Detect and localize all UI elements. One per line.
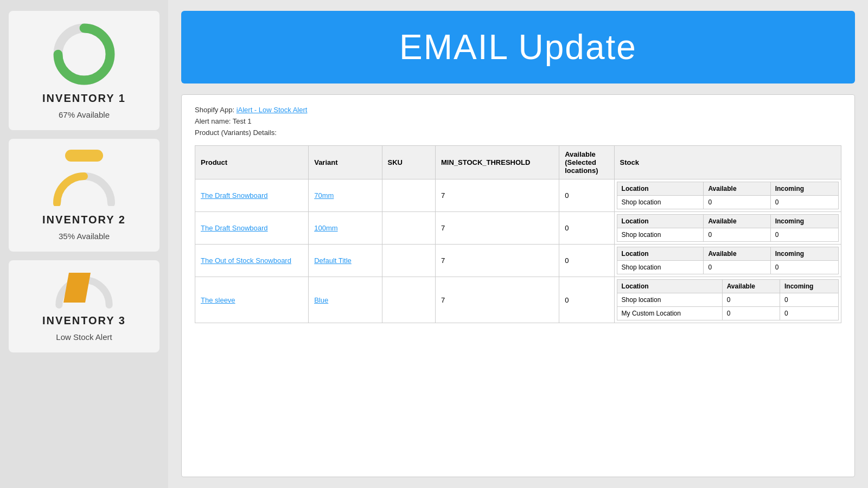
- stock-location-1-0: Shop location: [617, 228, 704, 242]
- cell-available-1: 0: [559, 212, 614, 245]
- inventory-card-2: INVENTORY 2 35% Available: [9, 139, 159, 252]
- cell-variant-0: 70mm: [309, 179, 382, 212]
- stock-available-3-1: 0: [722, 307, 780, 320]
- cell-sku-3: [382, 277, 435, 323]
- product-link-0[interactable]: The Draft Snowboard: [201, 191, 268, 200]
- partial-arc-2: [49, 168, 119, 206]
- table-row: The Draft Snowboard70mm70LocationAvailab…: [195, 179, 841, 212]
- stock-incoming-0-0: 0: [770, 196, 838, 209]
- email-title: EMAIL Update: [192, 27, 844, 67]
- variant-link-2[interactable]: Default Title: [314, 256, 352, 265]
- stock-row: My Custom Location00: [617, 307, 838, 320]
- svg-marker-2: [63, 273, 91, 303]
- cell-product-3: The sleeve: [195, 277, 309, 323]
- shopify-app-label: Shopify App:: [195, 106, 234, 114]
- stock-table-2: LocationAvailableIncomingShop location00: [617, 247, 839, 274]
- stock-table-0: LocationAvailableIncomingShop location00: [617, 182, 839, 209]
- stock-table-3: LocationAvailableIncomingShop location00…: [617, 279, 839, 320]
- shopify-app-line: Shopify App: iAlert - Low Stock Alert: [195, 106, 841, 114]
- table-row: The Out of Stock SnowboardDefault Title7…: [195, 245, 841, 277]
- cell-product-0: The Draft Snowboard: [195, 179, 309, 212]
- stock-incoming-2-0: 0: [770, 261, 838, 274]
- col-header-product: Product: [195, 146, 309, 179]
- stock-row: Shop location00: [617, 228, 838, 242]
- inventory-card-3: INVENTORY 3 Low Stock Alert: [9, 260, 159, 352]
- stock-header-incoming: Incoming: [770, 247, 838, 261]
- stock-header-available: Available: [722, 280, 780, 293]
- cell-stock-0: LocationAvailableIncomingShop location00: [614, 179, 841, 212]
- email-body: Shopify App: iAlert - Low Stock Alert Al…: [181, 94, 855, 477]
- cell-variant-2: Default Title: [309, 245, 382, 277]
- table-row: The Draft Snowboard100mm70LocationAvaila…: [195, 212, 841, 245]
- stock-row: Shop location00: [617, 293, 838, 307]
- stock-header-incoming: Incoming: [770, 215, 838, 228]
- stock-available-1-0: 0: [704, 228, 770, 242]
- stock-header-available: Available: [704, 182, 770, 196]
- product-table: Product Variant SKU MIN_STOCK_THRESHOLD …: [195, 145, 841, 323]
- cell-stock-1: LocationAvailableIncomingShop location00: [614, 212, 841, 245]
- stock-location-3-0: Shop location: [617, 293, 722, 307]
- stock-available-3-0: 0: [722, 293, 780, 307]
- inv2-graphic: [49, 150, 119, 206]
- product-link-1[interactable]: The Draft Snowboard: [201, 224, 268, 232]
- col-header-sku: SKU: [382, 146, 435, 179]
- cell-available-0: 0: [559, 179, 614, 212]
- col-header-available: Available (Selected locations): [559, 146, 614, 179]
- stock-header-incoming: Incoming: [780, 280, 838, 293]
- cell-available-3: 0: [559, 277, 614, 323]
- cell-product-2: The Out of Stock Snowboard: [195, 245, 309, 277]
- orange-shape: [63, 273, 91, 305]
- inv3-graphic: [52, 271, 117, 309]
- variant-link-0[interactable]: 70mm: [314, 191, 334, 200]
- email-header: EMAIL Update: [181, 11, 855, 84]
- cell-sku-2: [382, 245, 435, 277]
- stock-incoming-1-0: 0: [770, 228, 838, 242]
- product-link-2[interactable]: The Out of Stock Snowboard: [201, 256, 291, 265]
- donut-chart-1: [52, 22, 117, 87]
- inventory-1-subtitle: 67% Available: [59, 110, 110, 119]
- shopify-app-link[interactable]: iAlert - Low Stock Alert: [237, 106, 308, 114]
- col-header-variant: Variant: [309, 146, 382, 179]
- stock-header-location: Location: [617, 280, 722, 293]
- stock-incoming-3-0: 0: [780, 293, 838, 307]
- stock-location-3-1: My Custom Location: [617, 307, 722, 320]
- stock-available-0-0: 0: [704, 196, 770, 209]
- stock-header-incoming: Incoming: [770, 182, 838, 196]
- cell-min-stock-0: 7: [435, 179, 559, 212]
- inventory-3-subtitle: Low Stock Alert: [56, 332, 112, 342]
- cell-stock-2: LocationAvailableIncomingShop location00: [614, 245, 841, 277]
- cell-variant-3: Blue: [309, 277, 382, 323]
- inventory-1-title: INVENTORY 1: [42, 92, 126, 105]
- variant-link-3[interactable]: Blue: [314, 296, 328, 304]
- product-details-label: Product (Variants) Details:: [195, 129, 841, 137]
- cell-sku-1: [382, 212, 435, 245]
- inventory-3-title: INVENTORY 3: [42, 314, 126, 327]
- stock-row: Shop location00: [617, 261, 838, 274]
- stock-header-available: Available: [704, 247, 770, 261]
- stock-header-location: Location: [617, 182, 704, 196]
- product-link-3[interactable]: The sleeve: [201, 296, 235, 304]
- stock-row: Shop location00: [617, 196, 838, 209]
- stock-header-location: Location: [617, 247, 704, 261]
- inventory-2-subtitle: 35% Available: [59, 232, 110, 241]
- yellow-bar: [65, 150, 103, 162]
- stock-header-available: Available: [704, 215, 770, 228]
- cell-stock-3: LocationAvailableIncomingShop location00…: [614, 277, 841, 323]
- cell-available-2: 0: [559, 245, 614, 277]
- stock-location-2-0: Shop location: [617, 261, 704, 274]
- stock-header-location: Location: [617, 215, 704, 228]
- left-panel: INVENTORY 1 67% Available INVENTORY 2 35…: [0, 0, 168, 488]
- stock-table-1: LocationAvailableIncomingShop location00: [617, 214, 839, 242]
- col-header-stock: Stock: [614, 146, 841, 179]
- cell-sku-0: [382, 179, 435, 212]
- inventory-card-1: INVENTORY 1 67% Available: [9, 11, 159, 130]
- cell-min-stock-2: 7: [435, 245, 559, 277]
- alert-name-line: Alert name: Test 1: [195, 117, 841, 125]
- cell-min-stock-3: 7: [435, 277, 559, 323]
- right-panel: EMAIL Update Shopify App: iAlert - Low S…: [168, 0, 868, 488]
- variant-link-1[interactable]: 100mm: [314, 224, 337, 232]
- cell-product-1: The Draft Snowboard: [195, 212, 309, 245]
- col-header-min-stock: MIN_STOCK_THRESHOLD: [435, 146, 559, 179]
- table-row: The sleeveBlue70LocationAvailableIncomin…: [195, 277, 841, 323]
- cell-variant-1: 100mm: [309, 212, 382, 245]
